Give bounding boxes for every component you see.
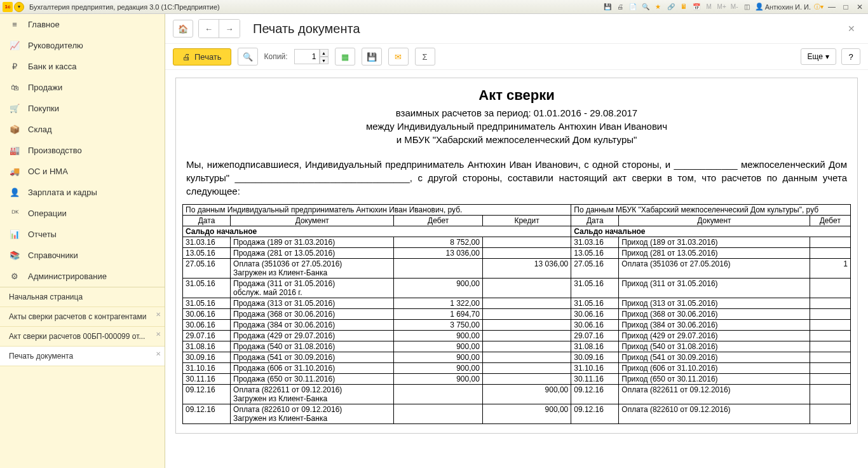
saldo-left: Сальдо начальное bbox=[183, 226, 571, 237]
close-page-button[interactable]: ✕ bbox=[843, 21, 860, 36]
nav-icon: ᴰᴷ bbox=[9, 209, 20, 218]
nav-icon: 🏭 bbox=[9, 146, 20, 155]
cell-doc2: Приход (540 от 31.08.2016) bbox=[619, 341, 810, 352]
tb-print-icon[interactable]: 🖨 bbox=[615, 2, 625, 12]
nav-item-11[interactable]: 📚Справочники bbox=[0, 245, 165, 266]
tab-2[interactable]: Акт сверки расчетов 00БП-000099 от...✕ bbox=[0, 327, 165, 347]
copies-up[interactable]: ▲ bbox=[320, 49, 329, 57]
nav-item-12[interactable]: ⚙Администрирование bbox=[0, 266, 165, 287]
nav-icon: 📈 bbox=[9, 41, 20, 50]
cell-date: 30.11.16 bbox=[183, 374, 231, 385]
tb-calc-icon[interactable]: 🖩 bbox=[679, 2, 689, 12]
cell-date: 30.06.16 bbox=[183, 320, 231, 331]
nav-item-8[interactable]: 👤Зарплата и кадры bbox=[0, 182, 165, 203]
nav-item-0[interactable]: ≡Главное bbox=[0, 14, 165, 35]
tb-save-icon[interactable]: 💾 bbox=[602, 2, 613, 12]
tb-search-icon[interactable]: 🔍 bbox=[641, 2, 651, 12]
cell-doc: Продажа (189 от 31.03.2016) bbox=[231, 237, 394, 248]
cell-date2: 31.03.16 bbox=[571, 237, 619, 248]
tb-cal-icon[interactable]: 📅 bbox=[691, 2, 702, 12]
copies-down[interactable]: ▼ bbox=[320, 57, 329, 64]
forward-button[interactable]: → bbox=[219, 20, 240, 38]
tab-label: Начальная страница bbox=[9, 292, 83, 301]
cell-date2: 31.08.16 bbox=[571, 341, 619, 352]
grid-button[interactable]: ▦ bbox=[335, 48, 355, 65]
titlebar: 1c ▾ Бухгалтерия предприятия, редакция 3… bbox=[0, 0, 868, 14]
tb-info-icon[interactable]: ⓘ▾ bbox=[813, 2, 824, 12]
cell-doc: Продажа (311 от 31.05.2016) обслуж. май … bbox=[231, 279, 394, 298]
cell-doc2: Оплата (822610 от 09.12.2016) bbox=[619, 404, 810, 424]
copies-label: Копий: bbox=[264, 52, 288, 61]
tab-3[interactable]: Печать документа✕ bbox=[0, 347, 165, 366]
cell-credit bbox=[482, 363, 571, 374]
print-button[interactable]: Печать bbox=[173, 48, 231, 65]
sum-button[interactable]: Σ bbox=[415, 48, 435, 65]
tb-link-icon[interactable]: 🔗 bbox=[666, 2, 676, 12]
nav-item-4[interactable]: 🛒Покупки bbox=[0, 98, 165, 119]
table-row: 27.05.16Оплата (351036 от 27.05.2016) За… bbox=[183, 259, 851, 279]
nav-item-3[interactable]: 🛍Продажи bbox=[0, 77, 165, 98]
nav-icon: 🛒 bbox=[9, 104, 20, 113]
nav-item-7[interactable]: 🚚ОС и НМА bbox=[0, 161, 165, 182]
cell-date2: 30.06.16 bbox=[571, 320, 619, 331]
page-toolbar: 🏠 ← → Печать документа ✕ bbox=[165, 14, 868, 44]
email-button[interactable]: ✉ bbox=[388, 48, 409, 65]
cell-date2: 30.11.16 bbox=[571, 374, 619, 385]
cell-doc2: Приход (311 от 31.05.2016) bbox=[619, 279, 810, 298]
tab-close-icon[interactable]: ✕ bbox=[156, 311, 161, 318]
tab-label: Акт сверки расчетов 00БП-000099 от... bbox=[9, 332, 145, 341]
cell-date: 27.05.16 bbox=[183, 259, 231, 279]
nav-item-6[interactable]: 🏭Производство bbox=[0, 140, 165, 161]
tb-panels-icon[interactable]: ◫ bbox=[742, 2, 752, 12]
nav-item-10[interactable]: 📊Отчеты bbox=[0, 224, 165, 245]
nav-icon: ₽ bbox=[9, 62, 20, 71]
cell-debit2 bbox=[810, 374, 850, 385]
tab-0[interactable]: Начальная страница bbox=[0, 287, 165, 307]
cell-debit2 bbox=[810, 341, 850, 352]
cell-doc: Продажа (650 от 30.11.2016) bbox=[231, 374, 394, 385]
tab-close-icon[interactable]: ✕ bbox=[156, 350, 161, 357]
cell-debit2: 1 bbox=[810, 259, 850, 279]
cell-credit bbox=[482, 352, 571, 363]
document-area[interactable]: Акт сверки взаимных расчетов за период: … bbox=[165, 70, 868, 468]
window-title: Бухгалтерия предприятия, редакция 3.0 (1… bbox=[29, 3, 220, 11]
tb-mplus-icon[interactable]: M+ bbox=[717, 2, 727, 12]
nav-label: Продажи bbox=[28, 83, 62, 92]
minimize-button[interactable]: — bbox=[826, 2, 837, 12]
cell-debit2 bbox=[810, 298, 850, 309]
table-row: 30.11.16Продажа (650 от 30.11.2016)900,0… bbox=[183, 374, 851, 385]
tab-1[interactable]: Акты сверки расчетов с контрагентами✕ bbox=[0, 307, 165, 327]
col-credit: Кредит bbox=[482, 216, 571, 226]
nav-label: Банк и касса bbox=[28, 62, 77, 71]
tb-mminus-icon[interactable]: M- bbox=[729, 2, 740, 12]
cell-date2: 09.12.16 bbox=[571, 404, 619, 424]
help-button[interactable]: ? bbox=[841, 48, 860, 65]
col-date: Дата bbox=[183, 216, 231, 226]
nav-item-1[interactable]: 📈Руководителю bbox=[0, 35, 165, 56]
user-badge[interactable]: 👤 Антюхин И. И. bbox=[755, 3, 811, 11]
cell-debit bbox=[394, 404, 482, 424]
close-button[interactable]: ✕ bbox=[854, 2, 865, 12]
maximize-button[interactable]: □ bbox=[840, 2, 851, 12]
cell-debit2 bbox=[810, 309, 850, 320]
save-doc-button[interactable]: 💾 bbox=[362, 48, 382, 65]
back-button[interactable]: ← bbox=[199, 20, 219, 38]
copies-input[interactable] bbox=[294, 49, 320, 64]
tb-m-icon[interactable]: M bbox=[704, 2, 714, 12]
nav-label: Отчеты bbox=[28, 230, 57, 239]
nav-item-5[interactable]: 📦Склад bbox=[0, 119, 165, 140]
nav-item-2[interactable]: ₽Банк и касса bbox=[0, 56, 165, 77]
cell-doc2: Приход (606 от 31.10.2016) bbox=[619, 363, 810, 374]
nav-item-9[interactable]: ᴰᴷОперации bbox=[0, 203, 165, 224]
home-button[interactable]: 🏠 bbox=[173, 20, 193, 38]
app-logo-icon: 1c bbox=[3, 2, 13, 12]
tb-star-icon[interactable]: ★ bbox=[653, 2, 663, 12]
table-row: 30.06.16Продажа (368 от 30.06.2016)1 694… bbox=[183, 309, 851, 320]
tab-close-icon[interactable]: ✕ bbox=[156, 331, 161, 338]
more-button[interactable]: Еще ▾ bbox=[801, 48, 836, 65]
preview-button[interactable]: 🔍 bbox=[238, 48, 258, 65]
app-menu-dropdown[interactable]: ▾ bbox=[14, 2, 24, 12]
tb-doc-icon[interactable]: 📄 bbox=[628, 2, 638, 12]
cell-doc2: Оплата (351036 от 27.05.2016) bbox=[619, 259, 810, 279]
nav-icon: 👤 bbox=[9, 188, 20, 197]
